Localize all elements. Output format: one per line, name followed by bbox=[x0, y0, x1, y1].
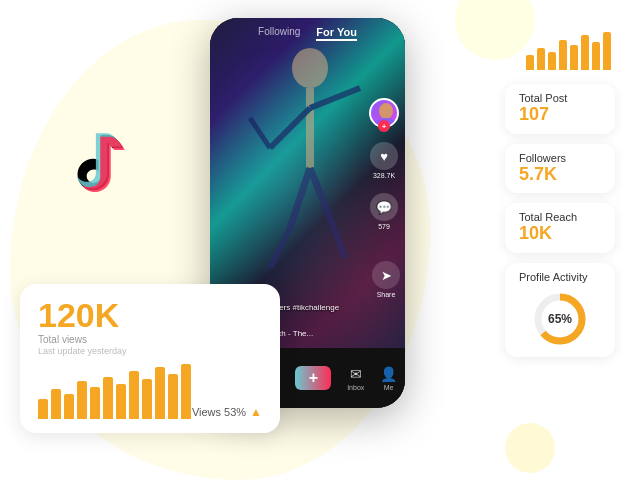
total-reach-card: Total Reach 10K bbox=[505, 203, 615, 253]
comment-count: 579 bbox=[378, 223, 390, 230]
views-percent-text: Views 53% bbox=[192, 406, 246, 418]
svg-point-0 bbox=[292, 48, 328, 88]
views-sub-label: Total views bbox=[38, 334, 262, 345]
follow-plus-icon[interactable]: + bbox=[378, 120, 390, 132]
arrow-up-icon: ▲ bbox=[250, 405, 262, 419]
views-percent-container: Views 53% ▲ bbox=[192, 405, 262, 419]
nav-inbox-label: Inbox bbox=[347, 384, 364, 391]
followers-value: 5.7K bbox=[519, 164, 601, 186]
comment-icon: 💬 bbox=[370, 193, 398, 221]
share-label: Share bbox=[377, 291, 396, 298]
tab-foryou[interactable]: For You bbox=[316, 26, 357, 41]
total-reach-label: Total Reach bbox=[519, 211, 601, 223]
activity-label: Profile Activity bbox=[519, 271, 601, 283]
views-value: 120K bbox=[38, 298, 262, 332]
heart-icon: ♥ bbox=[370, 142, 398, 170]
svg-line-5 bbox=[290, 168, 310, 228]
followers-label: Followers bbox=[519, 152, 601, 164]
svg-line-2 bbox=[270, 108, 310, 148]
creator-avatar-container: + bbox=[369, 98, 399, 128]
share-icon: ➤ bbox=[372, 261, 400, 289]
views-chart-row: Views 53% ▲ bbox=[38, 364, 262, 419]
nav-me-label: Me bbox=[384, 384, 394, 391]
top-bar-chart-container bbox=[505, 30, 615, 74]
followers-card: Followers 5.7K bbox=[505, 144, 615, 194]
svg-line-8 bbox=[330, 218, 345, 258]
nav-inbox[interactable]: ✉ Inbox bbox=[347, 366, 364, 391]
comment-button[interactable]: 💬 579 bbox=[370, 193, 398, 230]
activity-percent: 65% bbox=[548, 312, 572, 326]
stats-panel: Total Post 107 Followers 5.7K Total Reac… bbox=[505, 30, 615, 357]
share-button[interactable]: ➤ Share bbox=[372, 261, 400, 298]
nav-me[interactable]: 👤 Me bbox=[380, 366, 397, 391]
tab-following[interactable]: Following bbox=[258, 26, 300, 41]
total-reach-value: 10K bbox=[519, 223, 601, 245]
svg-line-4 bbox=[310, 88, 360, 108]
views-card: 120K Total views Last update yesterday V… bbox=[20, 284, 280, 433]
views-mini-bars bbox=[38, 364, 191, 419]
phone-right-icons: + ♥ 328.7K 💬 579 bbox=[369, 98, 399, 230]
tiktok-logo bbox=[60, 130, 130, 210]
top-bar-chart bbox=[526, 30, 611, 70]
views-update-label: Last update yesterday bbox=[38, 346, 262, 356]
total-post-card: Total Post 107 bbox=[505, 84, 615, 134]
deco-circle-2 bbox=[505, 423, 555, 473]
svg-line-7 bbox=[310, 168, 330, 218]
inbox-icon: ✉ bbox=[350, 366, 362, 382]
me-icon: 👤 bbox=[380, 366, 397, 382]
like-count: 328.7K bbox=[373, 172, 395, 179]
like-button[interactable]: ♥ 328.7K bbox=[370, 142, 398, 179]
svg-line-6 bbox=[270, 228, 290, 268]
nav-add-button[interactable]: + bbox=[295, 366, 331, 390]
svg-point-9 bbox=[379, 103, 393, 119]
phone-topbar: Following For You bbox=[210, 26, 405, 41]
total-post-label: Total Post bbox=[519, 92, 601, 104]
activity-donut: 65% bbox=[530, 289, 590, 349]
svg-line-3 bbox=[250, 118, 270, 148]
total-post-value: 107 bbox=[519, 104, 601, 126]
activity-card: Profile Activity 65% bbox=[505, 263, 615, 357]
